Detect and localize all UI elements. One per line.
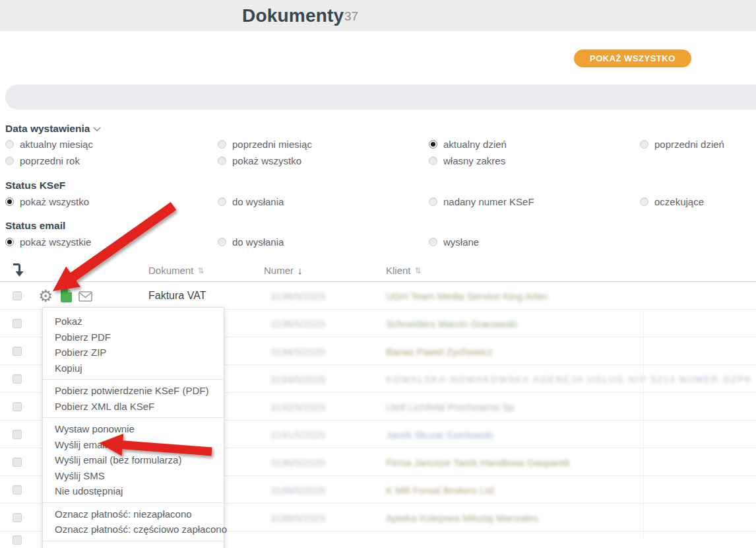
radio-option-ksef-do-wyslania[interactable]: do wysłania	[218, 196, 429, 207]
row-checkbox[interactable]	[13, 535, 22, 545]
menu-group: Pobierz potwierdzenie KSeF (PDF) Pobierz…	[43, 379, 224, 414]
menu-group: Oznacz płatność: niezapłacono Oznacz pła…	[43, 502, 224, 537]
document-number-redacted: 3195/5/2025	[270, 318, 325, 329]
radio-option-poprzedni-dzien[interactable]: poprzedni dzień	[640, 139, 751, 149]
client-name-redacted: Firma Janusze Tarek Handlowa Gasparek	[386, 457, 570, 468]
filter-ksef-options: pokaż wszystko do wysłania nadany numer …	[5, 196, 751, 207]
menu-item-pokaz[interactable]: Pokaż	[43, 314, 224, 329]
radio-icon	[429, 197, 437, 206]
radio-icon	[640, 197, 648, 206]
radio-option-pokaz-wszystko-date[interactable]: pokaż wszystko	[218, 155, 429, 166]
radio-icon	[640, 140, 648, 149]
gear-icon[interactable]: ⚙	[38, 287, 53, 304]
menu-item-wyslij-email[interactable]: Wyślij email	[43, 437, 224, 453]
envelope-icon[interactable]	[79, 291, 92, 302]
column-header-numer[interactable]: Numer ↓	[264, 265, 303, 276]
radio-option-aktualny-dzien[interactable]: aktualny dzień	[429, 139, 640, 149]
radio-option-poprzedni-miesiac[interactable]: poprzedni miesiąc	[218, 139, 429, 149]
table-column-divider	[643, 310, 644, 537]
client-name-redacted: Utell Lichfield Prochownia Sp	[386, 401, 514, 413]
menu-item-pobierz-pdf[interactable]: Pobierz PDF	[43, 329, 224, 345]
menu-item-oznacz-czesciowo-zaplacono[interactable]: Oznacz płatność: częściowo zapłacono	[43, 522, 224, 537]
document-type-label: Faktura VAT	[148, 290, 206, 302]
client-name-redacted: UGH Team Media Service King Arlen	[386, 291, 548, 302]
row-checkbox[interactable]	[13, 291, 22, 300]
menu-group: Wystaw ponownie Wyślij email Wyślij emai…	[43, 417, 224, 499]
row-checkbox[interactable]	[13, 485, 22, 495]
chevron-down-icon	[94, 124, 101, 131]
sort-both-icon: ⇅	[415, 266, 422, 275]
radio-icon	[5, 238, 14, 246]
documents-page: Dokumenty 37 POKAŻ WSZYSTKO Data wystawi…	[0, 0, 756, 548]
column-header-dokument[interactable]: Dokument ⇅	[148, 265, 204, 276]
menu-item-pobierz-potwierdzenie-ksef[interactable]: Pobierz potwierdzenie KSeF (PDF)	[43, 383, 224, 399]
column-header-klient[interactable]: Klient ⇅	[386, 265, 422, 276]
menu-group: Pokaż Pobierz PDF Pobierz ZIP Kopiuj	[43, 314, 224, 376]
sort-direction-icon[interactable]	[12, 262, 25, 279]
menu-item-wyslij-email-bez-formularza[interactable]: Wyślij email (bez formularza)	[43, 452, 224, 468]
document-number-redacted: 3188/5/2025	[270, 512, 325, 524]
radio-icon	[218, 238, 226, 246]
document-number-redacted: 3192/5/2025	[270, 401, 325, 413]
filter-email-label: Status email	[5, 220, 65, 232]
radio-icon	[5, 197, 14, 206]
menu-item-oznacz-zaplacono[interactable]: Oznacz płatność: zapłacono	[43, 545, 224, 548]
radio-option-email-wyslane[interactable]: wysłane	[429, 236, 640, 247]
filter-email-options: pokaż wszystkie do wysłania wysłane	[5, 236, 751, 247]
document-number-redacted: 3190/5/2025	[270, 457, 325, 468]
show-all-button[interactable]: POKAŻ WSZYSTKO	[574, 50, 691, 67]
radio-icon	[5, 156, 14, 165]
radio-option-ksef-nadany-numer[interactable]: nadany numer KSeF	[429, 196, 640, 207]
top-bar: Dokumenty 37	[0, 0, 756, 31]
menu-item-pobierz-zip[interactable]: Pobierz ZIP	[43, 345, 224, 360]
menu-group: Oznacz płatność: zapłacono	[43, 541, 224, 548]
filter-ksef-label: Status KSeF	[5, 180, 65, 191]
radio-icon	[429, 156, 437, 165]
radio-option-ksef-oczekujace[interactable]: oczekujące	[640, 196, 751, 207]
sort-both-icon: ⇅	[197, 266, 204, 275]
row-actions-context-menu: Pokaż Pobierz PDF Pobierz ZIP Kopiuj Pob…	[42, 307, 224, 548]
client-name-redacted: Jacek Skurat Szerlowski	[386, 429, 493, 440]
documents-count-badge: 37	[344, 0, 358, 33]
table-header: Dokument ⇅ Numer ↓ Klient ⇅	[0, 261, 756, 282]
row-checkbox[interactable]	[13, 319, 22, 328]
row-checkbox[interactable]	[13, 374, 22, 384]
document-number-redacted: 3191/5/2025	[270, 429, 325, 440]
menu-item-pobierz-xml-ksef[interactable]: Pobierz XML dla KSeF	[43, 399, 224, 415]
document-number-redacted: 3193/5/2025	[270, 374, 325, 385]
page-title: Dokumenty	[242, 0, 344, 31]
radio-icon	[218, 156, 226, 165]
menu-item-nie-udostepniaj[interactable]: Nie udostępniaj	[43, 483, 224, 499]
radio-option-aktualny-miesiac[interactable]: aktualny miesiąc	[5, 139, 218, 149]
menu-item-wystaw-ponownie[interactable]: Wystaw ponownie	[43, 421, 224, 437]
row-checkbox[interactable]	[13, 347, 22, 356]
client-name-redacted: KOWALSKA-NOWAKOWSKA AGENCJA USLUG NIP 52…	[386, 374, 753, 384]
radio-icon	[5, 140, 14, 149]
table-row: ⚙ Faktura VAT 3196/5/2025 UGH Team Media…	[0, 282, 756, 310]
radio-option-ksef-pokaz-wszystko[interactable]: pokaż wszystko	[5, 196, 218, 207]
row-checkbox[interactable]	[13, 402, 22, 411]
radio-icon	[429, 238, 437, 246]
radio-option-wlasny-zakres[interactable]: własny zakres	[429, 155, 640, 166]
document-number-redacted: 3189/5/2025	[270, 485, 325, 496]
menu-item-wyslij-sms[interactable]: Wyślij SMS	[43, 468, 224, 484]
sort-desc-icon: ↓	[298, 265, 303, 276]
client-name-redacted: Banas Pawel Zychowicz	[386, 346, 493, 357]
client-name-redacted: K Mill Forsal Brokers Ltd	[386, 485, 493, 496]
row-checkbox[interactable]	[13, 458, 22, 467]
radio-icon	[218, 140, 226, 149]
search-input[interactable]	[5, 85, 756, 110]
radio-option-poprzedni-rok[interactable]: poprzedni rok	[5, 155, 218, 166]
filter-date-label[interactable]: Data wystawienia	[5, 123, 100, 135]
client-name-redacted: Schneiders Marcin Gracowski	[386, 318, 517, 329]
menu-item-oznacz-niezaplacono[interactable]: Oznacz płatność: niezapłacono	[43, 506, 224, 522]
radio-icon	[429, 140, 437, 149]
radio-option-email-do-wyslania[interactable]: do wysłania	[218, 236, 429, 247]
row-checkbox[interactable]	[13, 513, 22, 522]
menu-item-kopiuj[interactable]: Kopiuj	[43, 360, 224, 376]
document-file-icon[interactable]	[61, 289, 72, 302]
radio-option-email-pokaz-wszystkie[interactable]: pokaż wszystkie	[5, 236, 218, 247]
client-name-redacted: Apteka Kolejowa Mikolaj Manzales	[386, 512, 538, 524]
row-checkbox[interactable]	[13, 430, 22, 439]
document-number-redacted: 3196/5/2025	[270, 291, 325, 302]
